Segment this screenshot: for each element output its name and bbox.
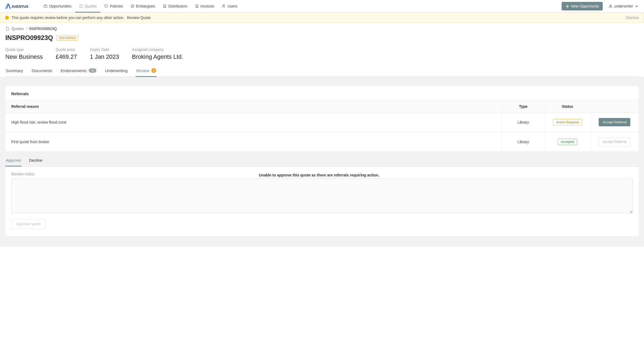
nav-item-users[interactable]: Users xyxy=(218,0,241,13)
alert-dot-icon xyxy=(5,16,9,20)
referrals-card: Referrals Referral reason Type Status Hi… xyxy=(5,86,639,152)
top-nav: AVENTUS OpportunitiesQuotesPoliciesEmbar… xyxy=(0,0,644,13)
cell-status: Action Required xyxy=(545,113,590,132)
briefcase-icon xyxy=(43,4,47,8)
status-pill: Accepted xyxy=(558,139,577,145)
nav-items: OpportunitiesQuotesPoliciesEmbargoesDist… xyxy=(40,0,241,12)
alert-link[interactable]: Review Quote xyxy=(127,16,151,20)
new-opportunity-button[interactable]: New Opportunity xyxy=(562,2,603,10)
tab-documents[interactable]: Documents xyxy=(31,68,53,77)
chevron-down-icon xyxy=(635,4,639,8)
meta-item: Assigned companyBroking Agents Ltd. xyxy=(132,47,183,60)
cell-action: Accept Referral xyxy=(590,132,639,152)
doc-icon xyxy=(195,4,199,8)
file-icon xyxy=(79,4,83,8)
nav-label: Users xyxy=(227,4,237,8)
alert-text: This quote requires review before you ca… xyxy=(12,16,124,20)
review-alert: This quote requires review before you ca… xyxy=(0,13,644,23)
nav-item-policies[interactable]: Policies xyxy=(100,0,126,13)
breadcrumb-current: INSPRO09923Q xyxy=(29,27,57,31)
user-menu[interactable]: underwriter xyxy=(609,4,639,8)
tab-badge: 2 xyxy=(151,68,156,73)
tab-review[interactable]: Review2 xyxy=(136,68,157,77)
tab-endorsements[interactable]: Endorsements15 xyxy=(60,68,97,77)
status-badge: REFERRED xyxy=(57,35,78,40)
approve-decline-tabs: ApproveDecline xyxy=(5,158,639,167)
sub-tab-decline[interactable]: Decline xyxy=(28,158,43,167)
cell-type: Library xyxy=(502,132,545,152)
meta-label: Expiry Date xyxy=(90,47,119,52)
status-pill: Action Required xyxy=(553,119,582,125)
plus-icon xyxy=(565,4,569,8)
meta-label: Quote price xyxy=(56,47,77,52)
meta-value: Broking Agents Ltd. xyxy=(132,53,183,60)
body-area: Referrals Referral reason Type Status Hi… xyxy=(0,77,644,247)
user-icon xyxy=(609,4,613,8)
tab-label: Endorsements xyxy=(61,68,87,73)
approve-warning: Unable to approve this quote as there ar… xyxy=(35,173,603,177)
meta-label: Assigned company xyxy=(132,47,183,52)
breadcrumb: Quotes / INSPRO09923Q xyxy=(5,27,639,31)
svg-text:AVENTUS: AVENTUS xyxy=(12,5,28,9)
nav-label: Quotes xyxy=(85,4,97,8)
user-icon xyxy=(222,4,226,8)
referrals-table: Referral reason Type Status High flood r… xyxy=(5,100,639,152)
col-type: Type xyxy=(502,101,545,113)
tab-label: Underwriting xyxy=(105,68,127,73)
quote-tabs: SummaryDocumentsEndorsements15Underwriti… xyxy=(5,68,639,77)
nav-label: Distributors xyxy=(168,4,187,8)
quote-meta: Quote typeNew BusinessQuote price£469.27… xyxy=(5,47,639,60)
meta-item: Quote price£469.27 xyxy=(56,47,77,60)
svg-rect-1 xyxy=(44,5,47,8)
breadcrumb-root[interactable]: Quotes xyxy=(12,27,24,31)
review-notes-label: Review notes: xyxy=(11,172,35,176)
nav-label: Embargoes xyxy=(136,4,155,8)
tab-underwriting[interactable]: Underwriting xyxy=(104,68,128,77)
cell-reason: High flood risk, review flood zone xyxy=(5,113,502,132)
nav-label: Invoices xyxy=(200,4,214,8)
nav-item-distributors[interactable]: Distributors xyxy=(159,0,191,13)
meta-value: £469.27 xyxy=(56,53,77,60)
tab-label: Review xyxy=(136,68,149,73)
tab-label: Documents xyxy=(32,68,52,73)
page-title: INSPRO09923Q xyxy=(5,34,53,42)
meta-value: New Business xyxy=(5,53,43,60)
review-notes-textarea[interactable] xyxy=(11,178,633,213)
approve-quote-button[interactable]: Approve quote xyxy=(11,219,46,229)
meta-value: 1 Jan 2023 xyxy=(90,53,119,60)
alert-dismiss[interactable]: Dismiss xyxy=(626,16,639,20)
col-reason: Referral reason xyxy=(5,101,502,113)
tab-count: 15 xyxy=(89,68,96,73)
table-row: High flood risk, review flood zoneLibrar… xyxy=(5,113,639,132)
meta-item: Expiry Date1 Jan 2023 xyxy=(90,47,119,60)
doc-icon xyxy=(163,4,167,8)
sub-tab-approve[interactable]: Approve xyxy=(5,158,21,167)
nav-item-opportunities[interactable]: Opportunities xyxy=(40,0,75,13)
brand-logo: AVENTUS xyxy=(5,3,32,9)
table-row: First quote from brokerLibraryAcceptedAc… xyxy=(5,132,639,152)
shield-icon xyxy=(104,4,108,8)
nav-label: Policies xyxy=(110,4,123,8)
ban-icon xyxy=(130,4,134,8)
nav-label: Opportunities xyxy=(49,4,71,8)
cell-status: Accepted xyxy=(545,132,590,152)
user-label: underwriter xyxy=(614,4,633,8)
svg-point-3 xyxy=(223,5,225,6)
file-icon xyxy=(5,27,9,31)
cell-type: Library xyxy=(502,113,545,132)
new-opportunity-label: New Opportunity xyxy=(571,4,599,8)
nav-item-invoices[interactable]: Invoices xyxy=(191,0,218,13)
cell-action: Accept Referral xyxy=(590,113,639,132)
accept-referral-button[interactable]: Accept Referral xyxy=(599,118,630,126)
nav-item-quotes[interactable]: Quotes xyxy=(75,0,100,13)
tab-label: Summary xyxy=(6,68,23,73)
referrals-title: Referrals xyxy=(5,86,639,100)
page-header: Quotes / INSPRO09923Q INSPRO09923Q REFER… xyxy=(0,23,644,77)
meta-item: Quote typeNew Business xyxy=(5,47,43,60)
cell-reason: First quote from broker xyxy=(5,132,502,152)
nav-item-embargoes[interactable]: Embargoes xyxy=(127,0,159,13)
tab-summary[interactable]: Summary xyxy=(5,68,24,77)
svg-point-4 xyxy=(610,5,612,6)
meta-label: Quote type xyxy=(5,47,43,52)
approve-panel: ApproveDecline Review notes: Unable to a… xyxy=(5,158,639,236)
